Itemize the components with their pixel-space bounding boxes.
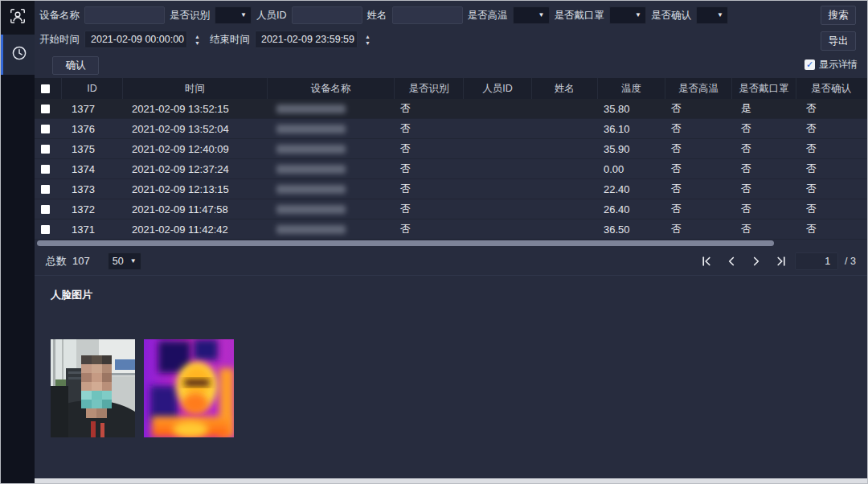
row-checkbox[interactable] (41, 145, 50, 154)
cell-time: 2021-02-09 11:42:42 (122, 219, 267, 239)
cell-name (531, 119, 597, 138)
cell-name (531, 139, 597, 158)
cell-person-id (463, 119, 531, 138)
cell-person-id (463, 139, 531, 158)
visible-light-face-photo[interactable] (51, 339, 135, 441)
total-label: 总数 (46, 254, 67, 269)
table-row[interactable]: 13752021-02-09 12:40:09否35.90否否否 (35, 139, 867, 159)
face-images-title: 人脸图片 (51, 288, 867, 302)
sidebar-item-face-recognition[interactable] (1, 1, 35, 35)
sidebar-item-history[interactable] (1, 35, 35, 75)
device-name-redacted (276, 125, 346, 133)
recognized-label: 是否识别 (170, 9, 210, 23)
show-details-toggle[interactable]: ✓ 显示详情 (805, 58, 858, 72)
person-id-input[interactable] (292, 6, 362, 24)
page-number-input[interactable]: 1 (795, 252, 838, 270)
row-checkbox[interactable] (41, 185, 50, 194)
cell-temp: 35.90 (597, 139, 665, 158)
chevron-left-icon (726, 256, 737, 267)
table-row[interactable]: 13772021-02-09 13:52:15否35.80否是否 (35, 99, 867, 119)
high-temp-label: 是否高温 (468, 9, 508, 23)
cell-recognized: 否 (394, 159, 463, 178)
cell-device (267, 119, 394, 138)
row-checkbox[interactable] (41, 205, 50, 214)
device-name-input[interactable] (84, 6, 165, 24)
table-row[interactable]: 13732021-02-09 12:13:15否22.40否否否 (35, 179, 867, 199)
table-row[interactable]: 13762021-02-09 13:52:04否36.10否否否 (35, 119, 867, 139)
column-header-confirmed[interactable]: 是否确认 (796, 78, 866, 99)
row-checkbox[interactable] (41, 225, 50, 234)
cell-name (531, 219, 597, 239)
page-size-select[interactable]: 50 ▼ (108, 252, 141, 270)
row-checkbox[interactable] (41, 165, 50, 174)
cell-recognized: 否 (394, 219, 463, 239)
horizontal-scrollbar-thumb[interactable] (37, 240, 774, 246)
confirmed-select[interactable]: ▼ (696, 6, 728, 24)
row-checkbox[interactable] (41, 125, 50, 133)
filter-row-3: 确认 ✓ 显示详情 (35, 52, 867, 78)
device-name-redacted (276, 205, 346, 214)
cell-person-id (463, 219, 531, 239)
chevron-right-icon (751, 256, 762, 267)
name-input[interactable] (392, 6, 463, 24)
table-header: ID 时间 设备名称 是否识别 人员ID 姓名 温度 是否高温 是否戴口罩 是否… (35, 78, 867, 99)
recognized-select[interactable]: ▼ (215, 6, 252, 24)
chevron-down-icon: ▼ (240, 12, 247, 18)
page-size-value: 50 (113, 256, 124, 267)
row-checkbox[interactable] (41, 105, 50, 113)
table-row[interactable]: 13712021-02-09 11:42:42否36.50否否否 (35, 219, 867, 240)
mask-select[interactable]: ▼ (609, 6, 646, 24)
device-name-redacted (276, 165, 346, 174)
cell-high-temp: 否 (665, 199, 731, 219)
checked-checkbox-icon[interactable]: ✓ (805, 59, 815, 70)
end-time-input[interactable]: 2021-02-09 23:59:59 (255, 31, 358, 48)
column-header-person-id[interactable]: 人员ID (463, 78, 531, 99)
column-header-high-temp[interactable]: 是否高温 (665, 78, 731, 99)
prev-page-button[interactable] (726, 256, 737, 267)
cell-name (531, 199, 597, 219)
cell-device (267, 199, 394, 219)
search-button[interactable]: 搜索 (821, 6, 856, 25)
device-name-label: 设备名称 (39, 9, 80, 23)
select-all-checkbox[interactable] (41, 84, 50, 93)
start-time-input[interactable]: 2021-02-09 00:00:00 (84, 31, 187, 48)
column-header-device[interactable]: 设备名称 (267, 78, 394, 99)
column-header-name[interactable]: 姓名 (531, 78, 597, 99)
table-row[interactable]: 13722021-02-09 11:47:58否26.40否否否 (35, 199, 867, 219)
start-time-stepper[interactable]: ▲▼ (194, 34, 200, 46)
cell-confirmed: 否 (796, 139, 866, 158)
cell-confirmed: 否 (796, 219, 866, 239)
next-page-button[interactable] (751, 256, 762, 267)
cell-recognized: 否 (394, 139, 463, 158)
column-header-time[interactable]: 时间 (122, 78, 267, 99)
cell-temp: 36.10 (597, 119, 665, 138)
cell-person-id (463, 199, 531, 219)
cell-id: 1371 (61, 219, 122, 239)
cell-id: 1377 (61, 99, 122, 118)
arrow-up-icon: ▲ (365, 34, 371, 39)
chevron-down-icon: ▼ (538, 12, 545, 18)
cell-mask: 否 (731, 179, 796, 199)
last-page-button[interactable] (776, 256, 787, 267)
confirm-button[interactable]: 确认 (52, 56, 99, 75)
column-header-temperature[interactable]: 温度 (597, 78, 665, 99)
table-row[interactable]: 13742021-02-09 12:37:24否0.00否否否 (35, 159, 867, 179)
first-page-button[interactable] (701, 256, 712, 267)
export-button[interactable]: 导出 (821, 31, 856, 51)
cell-mask: 否 (731, 119, 796, 138)
column-header-recognized[interactable]: 是否识别 (394, 78, 463, 99)
column-header-id[interactable]: ID (61, 78, 122, 99)
high-temp-select[interactable]: ▼ (513, 6, 550, 24)
thermal-face-photo[interactable] (144, 339, 234, 441)
column-header-mask[interactable]: 是否戴口罩 (731, 78, 796, 99)
chevron-down-icon: ▼ (717, 12, 723, 18)
cell-name (531, 179, 597, 199)
end-time-stepper[interactable]: ▲▼ (365, 34, 371, 46)
filter-row-2: 开始时间 2021-02-09 00:00:00 ▲▼ 结束时间 2021-02… (35, 27, 867, 52)
cell-time: 2021-02-09 11:47:58 (122, 199, 267, 219)
name-label: 姓名 (367, 9, 387, 23)
chevron-down-icon: ▼ (635, 12, 641, 18)
pagination-bar: 总数 107 50 ▼ 1 / 3 (35, 247, 867, 276)
app-window: 设备名称 是否识别 ▼ 人员ID 姓名 是否高温 ▼ 是否戴口罩 ▼ 是否确认 … (0, 0, 868, 484)
cell-recognized: 否 (394, 179, 463, 199)
